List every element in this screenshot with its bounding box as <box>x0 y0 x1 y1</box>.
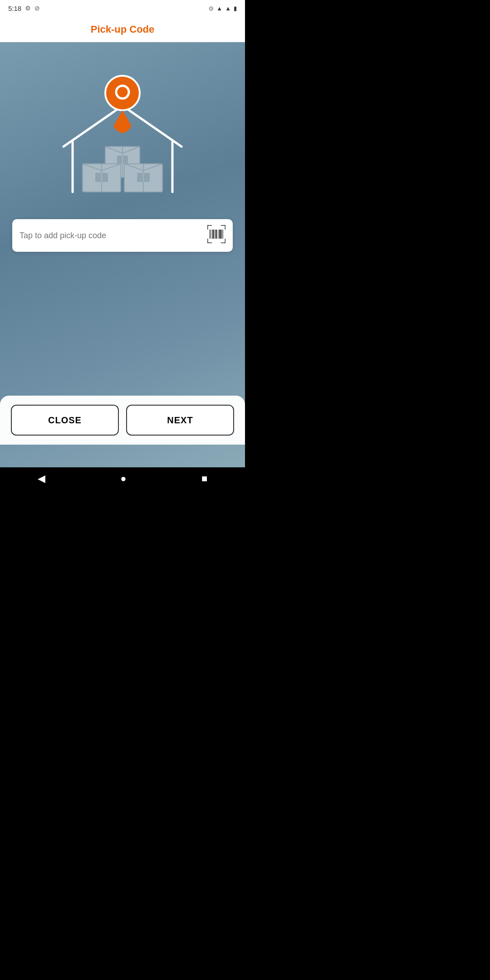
close-button[interactable]: CLOSE <box>11 405 119 436</box>
home-button[interactable]: ● <box>120 473 126 485</box>
settings-icon: ⚙ <box>25 5 31 12</box>
status-bar: 5:18 ⚙ ⊘ ⊙ ▲ ▲ ▮ <box>0 0 245 16</box>
recents-button[interactable]: ■ <box>201 473 207 485</box>
wifi-icon: ▲ <box>216 5 222 12</box>
pickup-code-input-container[interactable] <box>12 219 233 252</box>
page-title: Pick-up Code <box>91 24 155 35</box>
do-not-disturb-icon: ⊘ <box>34 5 40 12</box>
battery-icon: ▮ <box>234 5 237 12</box>
status-bar-left: 5:18 ⚙ ⊘ <box>8 5 40 12</box>
signal-icon: ▲ <box>225 5 231 12</box>
android-nav-bar: ◀ ● ■ <box>0 467 245 490</box>
status-time: 5:18 <box>8 5 21 12</box>
pickup-code-input[interactable] <box>20 231 203 240</box>
app-header: Pick-up Code <box>0 16 245 42</box>
bottom-action-area: CLOSE NEXT <box>0 396 245 445</box>
barcode-scanner-icon[interactable] <box>207 225 225 246</box>
next-button[interactable]: NEXT <box>126 405 234 436</box>
status-bar-right: ⊙ ▲ ▲ ▮ <box>209 5 237 12</box>
content-area: CLOSE NEXT <box>0 42 245 467</box>
warehouse-illustration <box>54 60 191 206</box>
svg-point-4 <box>105 76 140 110</box>
pickup-input-wrapper[interactable] <box>12 219 233 252</box>
back-button[interactable]: ◀ <box>38 473 45 485</box>
location-icon: ⊙ <box>209 5 214 12</box>
